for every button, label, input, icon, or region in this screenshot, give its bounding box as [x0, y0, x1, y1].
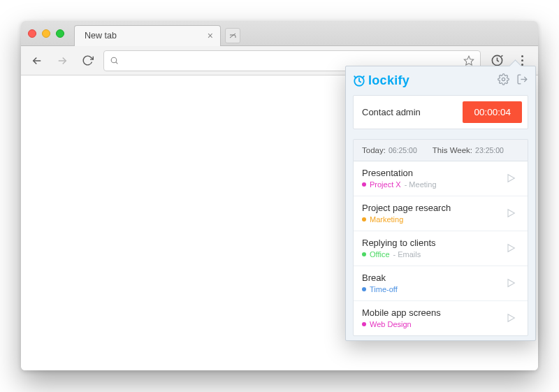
browser-window: New tab × [21, 21, 538, 370]
tab-bar: New tab × [21, 21, 538, 46]
minimize-window-button[interactable] [42, 29, 50, 38]
popup-header: lockify [353, 73, 528, 88]
svg-marker-8 [508, 280, 514, 287]
entry-project: Marketing [370, 215, 403, 224]
back-button[interactable] [28, 52, 46, 70]
entry-title: Project page research [362, 203, 451, 213]
address-input[interactable] [124, 55, 458, 66]
entry-title: Mobile app screens [362, 307, 441, 318]
summary-today-value: 06:25:00 [389, 146, 417, 154]
current-task-name[interactable]: Contact admin [362, 107, 421, 117]
entry-title: Presentation [362, 168, 437, 178]
close-window-button[interactable] [28, 29, 36, 38]
settings-button[interactable] [498, 73, 509, 88]
current-entry: Contact admin 00:00:04 [353, 95, 528, 129]
maximize-window-button[interactable] [56, 29, 64, 38]
project-color-dot [362, 217, 366, 222]
time-entry[interactable]: Replying to clients Office - Emails [354, 231, 528, 266]
summary-today-label: Today: [362, 146, 386, 154]
time-entry[interactable]: Project page research Marketing [354, 196, 528, 231]
project-color-dot [362, 252, 366, 256]
brand-text: lockify [368, 73, 409, 88]
start-entry-button[interactable] [502, 170, 519, 187]
clock-icon [353, 75, 365, 87]
logout-button[interactable] [516, 73, 528, 88]
clockify-popup: lockify Contact admin 00:00:04 Today:06:… [345, 66, 536, 341]
svg-point-0 [111, 57, 117, 63]
summary-today: Today:06:25:00 [362, 146, 417, 154]
window-controls [28, 29, 64, 38]
start-entry-button[interactable] [502, 205, 519, 222]
project-color-dot [362, 182, 366, 187]
play-icon [505, 208, 516, 219]
new-tab-button[interactable] [225, 28, 240, 43]
entry-project: Project X [370, 180, 401, 189]
play-icon [505, 173, 516, 184]
reload-button[interactable] [78, 52, 96, 70]
svg-point-4 [502, 78, 504, 80]
entry-subtext: - Emails [393, 250, 421, 259]
tab-title: New tab [85, 31, 117, 41]
logout-icon [516, 73, 528, 85]
summary-week-value: 23:25:00 [475, 146, 504, 154]
summary-week: This Week:23:25:00 [433, 146, 504, 154]
summary-week-label: This Week: [433, 146, 472, 154]
time-entry[interactable]: Break Time-off [354, 266, 528, 300]
entry-project: Time-off [370, 285, 398, 293]
entries-list: Presentation Project X - Meeting Project… [353, 161, 528, 336]
svg-marker-1 [464, 56, 473, 65]
time-entry[interactable]: Presentation Project X - Meeting [354, 161, 528, 196]
entry-title: Break [362, 273, 398, 283]
svg-marker-7 [508, 245, 514, 252]
forward-button[interactable] [53, 52, 71, 70]
start-entry-button[interactable] [502, 310, 519, 326]
svg-marker-5 [508, 175, 514, 182]
entry-project: Office [370, 250, 390, 259]
browser-tab[interactable]: New tab × [74, 25, 221, 46]
start-entry-button[interactable] [502, 240, 519, 256]
svg-marker-6 [508, 210, 514, 217]
time-entry[interactable]: Mobile app screens Web Design [354, 300, 528, 335]
project-color-dot [362, 322, 366, 326]
start-entry-button[interactable] [502, 275, 519, 291]
entry-subtext: - Meeting [405, 180, 437, 189]
timer-stop-button[interactable]: 00:00:04 [463, 101, 522, 123]
entry-project: Web Design [370, 320, 412, 328]
project-color-dot [362, 287, 366, 291]
play-icon [505, 277, 516, 289]
gear-icon [498, 73, 509, 85]
entry-title: Replying to clients [362, 238, 436, 248]
bookmark-star-icon[interactable] [463, 55, 474, 66]
search-icon [110, 56, 119, 65]
clockify-logo: lockify [353, 73, 409, 88]
svg-marker-9 [508, 314, 514, 322]
play-icon [505, 242, 516, 254]
tab-close-button[interactable]: × [208, 31, 213, 41]
play-icon [505, 312, 516, 324]
summary-bar: Today:06:25:00 This Week:23:25:00 [353, 139, 528, 161]
